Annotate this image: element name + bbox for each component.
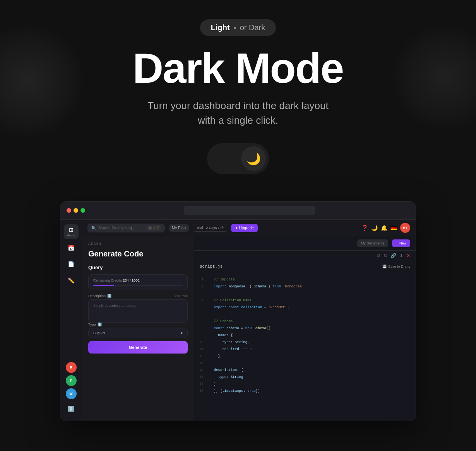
sidebar-item-home[interactable]: ⊞ Home	[64, 224, 79, 239]
toggle-dot	[234, 27, 236, 29]
download-icon[interactable]: ⬇	[399, 253, 403, 258]
info-icon: ℹ️	[68, 406, 74, 412]
dark-label: or Dark	[240, 23, 265, 32]
sidebar-item-calendar[interactable]: 📅	[64, 241, 79, 255]
hero-orb-right	[391, 23, 476, 132]
user-avatar[interactable]: EY	[400, 223, 410, 233]
query-section: Query Remaining Credits 234 / 1000.	[88, 265, 188, 354]
code-line-16: 16 }	[194, 381, 416, 388]
code-line-12: 12 },	[194, 353, 416, 360]
code-editor[interactable]: 1 // Imports 2 import mongoose, { Schema…	[194, 272, 416, 421]
home-grid-icon: ⊞	[69, 227, 74, 233]
page-content: ADMIN Generate Code Query Remaining Cred…	[82, 236, 416, 421]
minimize-button[interactable]	[74, 208, 78, 213]
code-line-14: 14 description: {	[194, 367, 416, 374]
credits-bar	[93, 285, 183, 286]
dashboard-preview: ⊞ Home 📅 📄 ✏️ R F W ℹ️	[60, 201, 416, 421]
edit-icon: ✏️	[68, 277, 74, 284]
info-tip-icon: ℹ️	[107, 294, 111, 298]
type-section: Type ℹ️ Bug Fix ▾	[88, 323, 188, 338]
hero-section: Light or Dark Dark Mode Turn your dashbo…	[0, 0, 476, 201]
flag-icon: 🇩🇪	[390, 225, 397, 231]
type-label: Type ℹ️	[88, 323, 188, 326]
calendar-icon: 📅	[68, 245, 74, 251]
search-kbd: ⌘ + C	[147, 226, 161, 231]
redo-icon[interactable]: ↻	[384, 253, 387, 258]
code-line-17: 17 }, {timestamps: true})	[194, 388, 416, 395]
sidebar-avatar-f[interactable]: F	[66, 375, 77, 386]
sidebar-avatar-r[interactable]: R	[66, 362, 77, 373]
right-header: My Documents + Light New	[194, 236, 416, 251]
page-title: Generate Code	[88, 249, 188, 258]
description-count: 2361/600	[175, 294, 188, 298]
save-drafts-button[interactable]: 💾 Save to Drafts	[382, 265, 410, 268]
code-line-7: 7 // Schema	[194, 318, 416, 325]
description-input[interactable]: Simply describe your query.	[88, 299, 188, 323]
close-button[interactable]	[67, 208, 71, 213]
light-label: Light	[211, 23, 230, 32]
query-title: Query	[88, 265, 188, 270]
credits-box: Remaining Credits 234 / 1000.	[88, 274, 188, 290]
code-line-15: 15 type: String	[194, 374, 416, 381]
sidebar: ⊞ Home 📅 📄 ✏️ R F W ℹ️	[60, 220, 82, 421]
delete-icon[interactable]: ✕	[406, 253, 410, 258]
credits-fill	[93, 285, 114, 286]
my-documents-button[interactable]: My Documents	[357, 239, 388, 247]
moon-nav-icon[interactable]: 🌙	[371, 225, 378, 231]
code-line-10: 10 type: String,	[194, 339, 416, 346]
dashboard-wrapper: ⊞ Home 📅 📄 ✏️ R F W ℹ️	[0, 201, 476, 444]
undo-icon[interactable]: ↺	[377, 253, 380, 258]
hero-title: Dark Mode	[133, 47, 343, 89]
code-line-1: 1 // Imports	[194, 276, 416, 283]
hero-subtitle: Turn your dashboard into the dark layout…	[147, 99, 328, 128]
code-line-5: 5 export const collection = 'Product'|	[194, 304, 416, 311]
type-info-icon: ℹ️	[98, 323, 102, 326]
filename-bar: script.js 💾 Save to Drafts	[194, 261, 416, 272]
upgrade-button[interactable]: ✦ Upgrade	[231, 224, 258, 232]
notification-icon[interactable]: 🔔	[381, 225, 387, 231]
type-select[interactable]: Bug Fix ▾	[88, 328, 188, 338]
hero-orb-left	[0, 23, 85, 139]
code-line-9: 9 name: {	[194, 332, 416, 339]
nav-icons: ❓ 🌙 🔔 🇩🇪 EY	[361, 223, 410, 233]
search-box[interactable]: 🔍 Search for anything... ⌘ + C	[87, 224, 165, 232]
code-line-11: 11 required: true	[194, 346, 416, 353]
filename-label: script.js	[200, 264, 223, 269]
code-line-6: 6	[194, 311, 416, 318]
description-section: Description ℹ️ 2361/600 Simply describe …	[88, 294, 188, 323]
top-nav: 🔍 Search for anything... ⌘ + C My Plan T…	[82, 220, 416, 236]
generate-button[interactable]: Generate	[88, 341, 188, 354]
code-line-2: 2 import mongoose, { Schema } from 'mong…	[194, 283, 416, 290]
help-icon[interactable]: ❓	[361, 225, 368, 231]
link-icon[interactable]: 🔗	[390, 253, 396, 258]
title-bar	[60, 202, 416, 220]
moon-icon: 🌙	[247, 152, 261, 166]
search-icon: 🔍	[91, 226, 96, 230]
plus-icon: +	[396, 241, 398, 245]
code-line-3: 3	[194, 290, 416, 297]
editor-toolbar: ↺ ↻ 🔗 ⬇ ✕	[194, 251, 416, 261]
my-plan-button[interactable]: My Plan	[169, 224, 189, 232]
code-line-4: 4 // Collection name	[194, 297, 416, 304]
admin-label: ADMIN	[88, 242, 188, 246]
code-line-13: 13	[194, 360, 416, 367]
document-actions: My Documents + Light New	[357, 239, 410, 247]
sidebar-info[interactable]: ℹ️	[64, 401, 79, 416]
left-panel: ADMIN Generate Code Query Remaining Cred…	[82, 236, 194, 421]
sidebar-bottom: R F W ℹ️	[64, 362, 79, 416]
traffic-lights	[67, 208, 85, 213]
save-icon: 💾	[382, 265, 387, 268]
document-icon: 📄	[68, 261, 74, 267]
url-bar[interactable]	[184, 206, 315, 215]
new-button[interactable]: + Light New	[392, 239, 410, 247]
sidebar-avatar-w[interactable]: W	[66, 388, 77, 399]
maximize-button[interactable]	[80, 208, 85, 213]
sidebar-item-edit[interactable]: ✏️	[64, 273, 79, 288]
right-panel: My Documents + Light New ↺ ↻	[194, 236, 416, 421]
credits-text: Remaining Credits 234 / 1000.	[93, 278, 183, 282]
dash-body: ⊞ Home 📅 📄 ✏️ R F W ℹ️	[60, 220, 416, 421]
sidebar-item-document[interactable]: 📄	[64, 257, 79, 272]
mode-toggle-pill[interactable]: Light or Dark	[200, 19, 276, 36]
toggle-knob: 🌙	[241, 146, 266, 171]
dark-mode-toggle-button[interactable]: 🌙	[207, 143, 269, 174]
